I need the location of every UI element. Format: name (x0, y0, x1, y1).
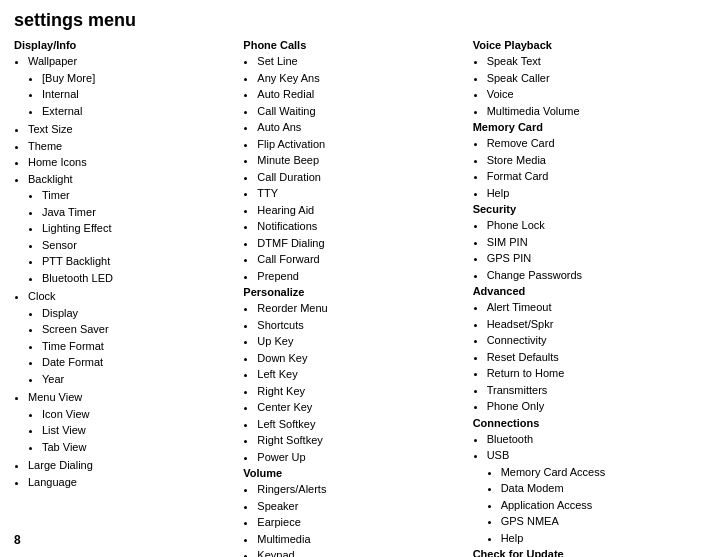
list-item: Right Softkey (257, 432, 464, 449)
list-item: Minute Beep (257, 152, 464, 169)
list-item: Tab View (42, 439, 235, 456)
sub-list: [Buy More]InternalExternal (28, 70, 235, 120)
column-3: Voice PlaybackSpeak TextSpeak CallerVoic… (473, 39, 702, 557)
list-item: Bluetooth LED (42, 270, 235, 287)
list-item: External (42, 103, 235, 120)
list-item: Transmitters (487, 382, 694, 399)
list-item: Headset/Spkr (487, 316, 694, 333)
list-item: Shortcuts (257, 317, 464, 334)
list-item: Lighting Effect (42, 220, 235, 237)
list-item: Time Format (42, 338, 235, 355)
section-title: Display/Info (14, 39, 235, 51)
list-item: Multimedia (257, 531, 464, 548)
section-title: Security (473, 203, 694, 215)
list-item: Change Passwords (487, 267, 694, 284)
list-item: GPS PIN (487, 250, 694, 267)
list-item: Multimedia Volume (487, 103, 694, 120)
list-item: Auto Redial (257, 86, 464, 103)
section-voice-playback: Voice PlaybackSpeak TextSpeak CallerVoic… (473, 39, 694, 119)
list-item: Store Media (487, 152, 694, 169)
list-item: Up Key (257, 333, 464, 350)
list-item: Java Timer (42, 204, 235, 221)
list-item: Hearing Aid (257, 202, 464, 219)
section-title: Memory Card (473, 121, 694, 133)
page-number: 8 (14, 533, 21, 547)
list-item: Auto Ans (257, 119, 464, 136)
list-item: DTMF Dialing (257, 235, 464, 252)
list-item: Application Access (501, 497, 694, 514)
section-title: Phone Calls (243, 39, 464, 51)
list-item: Phone Lock (487, 217, 694, 234)
list-item: List View (42, 422, 235, 439)
list-item: ClockDisplayScreen SaverTime FormatDate … (28, 288, 235, 387)
section-title: Check for Update (473, 548, 694, 557)
list-item: Reorder Menu (257, 300, 464, 317)
list-item: Notifications (257, 218, 464, 235)
list-item: Ringers/Alerts (257, 481, 464, 498)
list-item: Display (42, 305, 235, 322)
list-item: Timer (42, 187, 235, 204)
list-item: Theme (28, 138, 235, 155)
list-item: Any Key Ans (257, 70, 464, 87)
list-item: Remove Card (487, 135, 694, 152)
column-2: Phone CallsSet LineAny Key AnsAuto Redia… (243, 39, 472, 557)
list-item: Icon View (42, 406, 235, 423)
section-advanced: AdvancedAlert TimeoutHeadset/SpkrConnect… (473, 285, 694, 415)
list-item: Language (28, 474, 235, 491)
list-item: Connectivity (487, 332, 694, 349)
list-item: Set Line (257, 53, 464, 70)
list-item: PTT Backlight (42, 253, 235, 270)
list-item: TTY (257, 185, 464, 202)
section-list: Alert TimeoutHeadset/SpkrConnectivityRes… (473, 299, 694, 415)
list-item: Call Duration (257, 169, 464, 186)
list-item: Call Forward (257, 251, 464, 268)
list-item: SIM PIN (487, 234, 694, 251)
page-title: settings menu (14, 10, 702, 31)
list-item: Speak Caller (487, 70, 694, 87)
list-item: Left Key (257, 366, 464, 383)
list-item: Memory Card Access (501, 464, 694, 481)
section-title: Voice Playback (473, 39, 694, 51)
list-item: Keypad (257, 547, 464, 557)
section-title: Advanced (473, 285, 694, 297)
list-item: Call Waiting (257, 103, 464, 120)
list-item: Left Softkey (257, 416, 464, 433)
sub-list: Memory Card AccessData ModemApplication … (487, 464, 694, 547)
section-list: Remove CardStore MediaFormat CardHelp (473, 135, 694, 201)
list-item: Voice (487, 86, 694, 103)
section-title: Connections (473, 417, 694, 429)
sub-list: DisplayScreen SaverTime FormatDate Forma… (28, 305, 235, 388)
list-item: Reset Defaults (487, 349, 694, 366)
list-item: Text Size (28, 121, 235, 138)
list-item: Sensor (42, 237, 235, 254)
list-item: Internal (42, 86, 235, 103)
list-item: Down Key (257, 350, 464, 367)
section-list: BluetoothUSBMemory Card AccessData Modem… (473, 431, 694, 547)
list-item: Home Icons (28, 154, 235, 171)
sub-list: TimerJava TimerLighting EffectSensorPTT … (28, 187, 235, 286)
section-phone-calls: Phone CallsSet LineAny Key AnsAuto Redia… (243, 39, 464, 284)
list-item: Power Up (257, 449, 464, 466)
list-item: Center Key (257, 399, 464, 416)
section-volume: VolumeRingers/AlertsSpeakerEarpieceMulti… (243, 467, 464, 557)
list-item: Phone Only (487, 398, 694, 415)
section-list: Phone LockSIM PINGPS PINChange Passwords (473, 217, 694, 283)
list-item: Help (487, 185, 694, 202)
list-item: Speak Text (487, 53, 694, 70)
list-item: Alert Timeout (487, 299, 694, 316)
list-item: Help (501, 530, 694, 547)
list-item: Format Card (487, 168, 694, 185)
list-item: Year (42, 371, 235, 388)
list-item: BacklightTimerJava TimerLighting EffectS… (28, 171, 235, 287)
section-display/info: Display/InfoWallpaper[Buy More]InternalE… (14, 39, 235, 490)
main-content: Display/InfoWallpaper[Buy More]InternalE… (14, 39, 702, 557)
list-item: Data Modem (501, 480, 694, 497)
section-connections: ConnectionsBluetoothUSBMemory Card Acces… (473, 417, 694, 547)
section-list: Wallpaper[Buy More]InternalExternalText … (14, 53, 235, 490)
list-item: Date Format (42, 354, 235, 371)
section-title: Personalize (243, 286, 464, 298)
list-item: [Buy More] (42, 70, 235, 87)
list-item: Speaker (257, 498, 464, 515)
list-item: Wallpaper[Buy More]InternalExternal (28, 53, 235, 119)
section-title: Volume (243, 467, 464, 479)
